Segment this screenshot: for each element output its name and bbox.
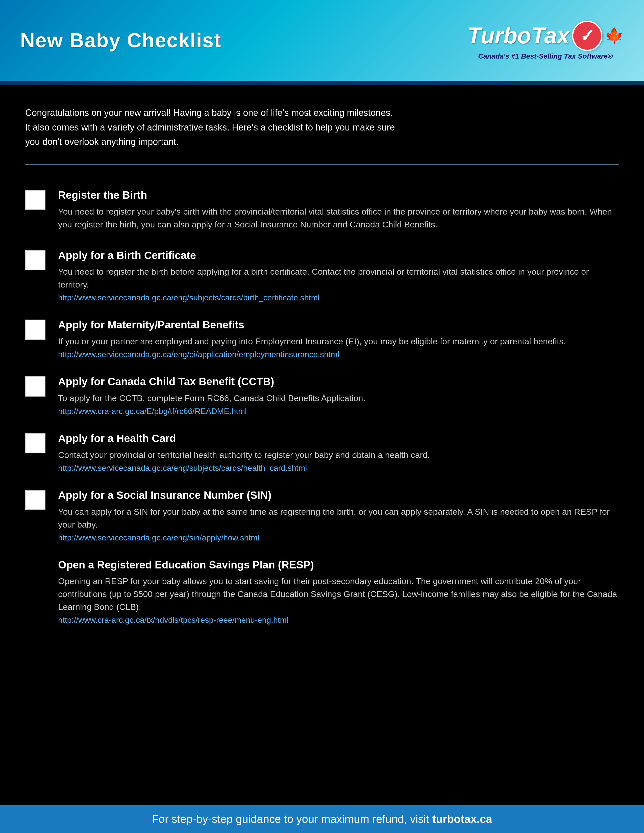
turbotax-logo: TurboTax ✓ 🍁 bbox=[467, 21, 624, 51]
checkbox-5[interactable] bbox=[25, 433, 45, 453]
checklist-item: Open a Registered Education Savings Plan… bbox=[25, 550, 619, 633]
item-1-desc: You need to register your baby's birth w… bbox=[58, 205, 619, 231]
item-3-link[interactable]: http://www.servicecanada.gc.ca/eng/ei/ap… bbox=[58, 350, 619, 359]
item-4-link[interactable]: http://www.cra-arc.gc.ca/E/pbg/tf/rc66/R… bbox=[58, 407, 619, 416]
item-7-title: Open a Registered Education Savings Plan… bbox=[58, 558, 619, 572]
item-6-content: Apply for a Social Insurance Number (SIN… bbox=[58, 488, 619, 542]
checklist-item: Apply for Maternity/Parental Benefits If… bbox=[25, 310, 619, 367]
item-3-desc: If you or your partner are employed and … bbox=[58, 335, 619, 348]
checklist-item: Apply for a Social Insurance Number (SIN… bbox=[25, 480, 619, 550]
item-2-title: Apply for a Birth Certificate bbox=[58, 248, 619, 263]
checklist-item: Apply for a Health Card Contact your pro… bbox=[25, 424, 619, 480]
item-1-title: Register the Birth bbox=[58, 188, 619, 203]
item-7-link[interactable]: http://www.cra-arc.gc.ca/tx/ndvdls/tpcs/… bbox=[58, 616, 619, 625]
item-6-link[interactable]: http://www.servicecanada.gc.ca/eng/sin/a… bbox=[58, 533, 619, 542]
footer-text: For step-by-step guidance to your maximu… bbox=[152, 813, 492, 825]
intro-line3: you don't overlook anything important. bbox=[25, 135, 581, 149]
page-title: New Baby Checklist bbox=[20, 29, 221, 51]
item-2-desc: You need to register the birth before ap… bbox=[58, 265, 619, 291]
item-6-title: Apply for a Social Insurance Number (SIN… bbox=[58, 488, 619, 503]
checklist-item: Apply for Canada Child Tax Benefit (CCTB… bbox=[25, 367, 619, 424]
item-1-content: Register the Birth You need to register … bbox=[58, 188, 619, 233]
intro-section: Congratulations on your new arrival! Hav… bbox=[25, 106, 581, 149]
header-title-area: New Baby Checklist bbox=[20, 29, 221, 52]
checklist-item: Register the Birth You need to register … bbox=[25, 180, 619, 241]
item-7-desc: Opening an RESP for your baby allows you… bbox=[58, 575, 619, 613]
checklist-container: Register the Birth You need to register … bbox=[25, 180, 619, 633]
item-3-content: Apply for Maternity/Parental Benefits If… bbox=[58, 318, 619, 359]
checkbox-3[interactable] bbox=[25, 320, 45, 340]
page-header: New Baby Checklist TurboTax ✓ 🍁 Canada's… bbox=[0, 0, 644, 81]
checkbox-4[interactable] bbox=[25, 376, 45, 397]
item-2-content: Apply for a Birth Certificate You need t… bbox=[58, 248, 619, 303]
footer-normal-text: For step-by-step guidance to your maximu… bbox=[152, 813, 432, 825]
item-5-link[interactable]: http://www.servicecanada.gc.ca/eng/subje… bbox=[58, 463, 619, 473]
item-4-title: Apply for Canada Child Tax Benefit (CCTB… bbox=[58, 374, 619, 389]
main-content: Congratulations on your new arrival! Hav… bbox=[0, 85, 644, 648]
footer-bold-text: turbotax.ca bbox=[432, 813, 492, 825]
item-5-content: Apply for a Health Card Contact your pro… bbox=[58, 431, 619, 473]
checkbox-2[interactable] bbox=[25, 250, 45, 270]
turbotax-checkmark-icon: ✓ bbox=[572, 21, 602, 51]
item-5-title: Apply for a Health Card bbox=[58, 431, 619, 446]
item-7-content: Open a Registered Education Savings Plan… bbox=[25, 558, 619, 625]
turbotax-text: TurboTax bbox=[467, 23, 570, 49]
section-divider bbox=[25, 164, 619, 165]
item-4-desc: To apply for the CCTB, complete Form RC6… bbox=[58, 392, 619, 405]
page-footer: For step-by-step guidance to your maximu… bbox=[0, 805, 644, 833]
logo-area: TurboTax ✓ 🍁 Canada's #1 Best-Selling Ta… bbox=[467, 21, 624, 60]
intro-line1: Congratulations on your new arrival! Hav… bbox=[25, 106, 581, 120]
checklist-item: Apply for a Birth Certificate You need t… bbox=[25, 241, 619, 310]
item-2-link[interactable]: http://www.servicecanada.gc.ca/eng/subje… bbox=[58, 293, 619, 302]
header-bottom-bar bbox=[0, 81, 644, 85]
tagline: Canada's #1 Best-Selling Tax Software® bbox=[478, 52, 613, 60]
item-6-desc: You can apply for a SIN for your baby at… bbox=[58, 505, 619, 531]
item-4-content: Apply for Canada Child Tax Benefit (CCTB… bbox=[58, 374, 619, 416]
intro-line2: It also comes with a variety of administ… bbox=[25, 120, 581, 135]
checkbox-6[interactable] bbox=[25, 490, 45, 510]
item-3-title: Apply for Maternity/Parental Benefits bbox=[58, 318, 619, 333]
item-5-desc: Contact your provincial or territorial h… bbox=[58, 449, 619, 462]
maple-leaf-icon: 🍁 bbox=[605, 27, 624, 45]
checkbox-1[interactable] bbox=[25, 190, 45, 210]
